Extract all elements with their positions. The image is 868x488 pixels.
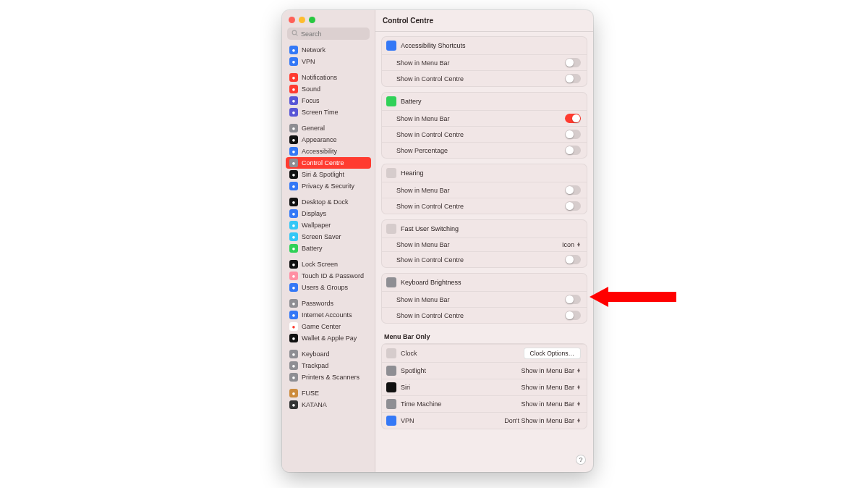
sidebar-item-internet-accounts[interactable]: ●Internet Accounts: [286, 309, 371, 321]
sidebar-item-fuse[interactable]: ●FUSE: [286, 387, 371, 399]
dropdown[interactable]: Show in Menu Bar▲▼: [522, 384, 582, 391]
sidebar-item-printers-scanners[interactable]: ●Printers & Scanners: [286, 371, 371, 383]
sidebar-item-label: Touch ID & Password: [302, 272, 364, 279]
sliders-icon: ●: [289, 159, 298, 167]
sidebar-item-label: Screen Time: [302, 109, 339, 116]
sidebar-item-battery[interactable]: ●Battery: [286, 243, 371, 254]
setting-row: Show in Menu Bar: [382, 291, 587, 307]
sidebar-item-general[interactable]: ●General: [286, 122, 371, 134]
sidebar-item-label: Appearance: [302, 136, 337, 143]
sidebar-item-label: Battery: [302, 245, 323, 252]
sidebar-item-wallet-apple-pay[interactable]: ●Wallet & Apple Pay: [286, 332, 371, 344]
keyboard-icon: ●: [289, 350, 298, 358]
sidebar-item-label: Focus: [302, 97, 320, 104]
sidebar-item-siri-spotlight[interactable]: ●Siri & Spotlight: [286, 169, 371, 180]
sidebar-item-sound[interactable]: ●Sound: [286, 83, 371, 95]
dropdown[interactable]: Don't Show in Menu Bar▲▼: [504, 417, 581, 424]
sidebar-item-label: Game Center: [302, 323, 341, 330]
screensaver-icon: ●: [289, 232, 298, 241]
toggle-switch[interactable]: [565, 146, 581, 155]
sidebar-item-control-centre[interactable]: ●Control Centre: [286, 157, 371, 169]
sidebar-item-notifications[interactable]: ●Notifications: [286, 72, 371, 83]
wallet-icon: ●: [289, 334, 298, 342]
sidebar-item-accessibility[interactable]: ●Accessibility: [286, 146, 371, 157]
menubar-row-siri: SiriShow in Menu Bar▲▼: [382, 379, 587, 395]
help-button[interactable]: ?: [576, 455, 586, 465]
sidebar-item-label: General: [302, 125, 325, 132]
row-icon: [386, 416, 396, 426]
dropdown-value: Don't Show in Menu Bar: [504, 417, 574, 424]
sidebar-item-screen-saver[interactable]: ●Screen Saver: [286, 231, 371, 243]
sidebar-item-label: Wallet & Apple Pay: [302, 335, 357, 342]
section-fast-user-switching: Fast User SwitchingShow in Menu BarIcon▲…: [381, 219, 587, 268]
sidebar-item-label: Desktop & Dock: [302, 198, 349, 206]
touchid-icon: ●: [289, 272, 298, 280]
fuse-icon: ●: [289, 389, 298, 397]
sidebar-item-screen-time[interactable]: ●Screen Time: [286, 106, 371, 118]
toggle-switch[interactable]: [565, 74, 581, 83]
sidebar-item-lock-screen[interactable]: ●Lock Screen: [286, 258, 371, 270]
sidebar-item-network[interactable]: ●Network: [286, 44, 371, 56]
dropdown[interactable]: Show in Menu Bar▲▼: [522, 400, 582, 408]
search-icon: [292, 30, 298, 38]
zoom-window-button[interactable]: [309, 17, 315, 23]
setting-label: Show in Menu Bar: [396, 59, 450, 67]
setting-label: Show in Menu Bar: [396, 241, 450, 248]
access-icon: ●: [289, 147, 298, 156]
sidebar-item-label: Trackpad: [302, 362, 328, 369]
close-window-button[interactable]: [289, 17, 295, 23]
chevron-updown-icon: ▲▼: [576, 385, 581, 390]
dropdown[interactable]: Icon▲▼: [562, 241, 581, 248]
setting-row: Show in Menu Bar: [382, 54, 587, 70]
section-title: Accessibility Shortcuts: [401, 42, 466, 49]
sidebar-item-desktop-dock[interactable]: ●Desktop & Dock: [286, 196, 371, 208]
toggle-switch[interactable]: [565, 201, 581, 211]
toggle-switch[interactable]: [565, 130, 581, 139]
sidebar-item-users-groups[interactable]: ●Users & Groups: [286, 282, 371, 293]
sidebar-item-label: Users & Groups: [302, 284, 348, 291]
row-title: Clock: [401, 350, 417, 357]
dropdown-value: Show in Menu Bar: [522, 384, 575, 391]
search-field[interactable]: [287, 28, 370, 40]
sidebar-item-trackpad[interactable]: ●Trackpad: [286, 360, 371, 371]
content-scroll[interactable]: Accessibility ShortcutsShow in Menu BarS…: [375, 32, 593, 472]
printer-icon: ●: [289, 373, 298, 382]
clock-options-button[interactable]: Clock Options…: [524, 348, 581, 359]
setting-row: Show in Control Centre: [382, 251, 587, 267]
sidebar-item-label: Sound: [302, 85, 320, 93]
search-input[interactable]: [301, 30, 382, 38]
chevron-updown-icon: ▲▼: [576, 402, 581, 406]
toggle-switch[interactable]: [565, 255, 581, 264]
dropdown[interactable]: Show in Menu Bar▲▼: [522, 367, 582, 374]
dropdown-value: Icon: [562, 241, 574, 248]
setting-row: Show in Menu Bar: [382, 110, 587, 126]
setting-label: Show in Control Centre: [396, 203, 464, 210]
sidebar-item-privacy-security[interactable]: ●Privacy & Security: [286, 180, 371, 192]
toggle-switch[interactable]: [565, 295, 581, 304]
setting-row: Show in Control Centre: [382, 70, 587, 86]
sidebar-item-label: VPN: [302, 58, 315, 65]
toggle-switch[interactable]: [565, 114, 581, 123]
sidebar-item-keyboard[interactable]: ●Keyboard: [286, 348, 371, 360]
sidebar-item-appearance[interactable]: ●Appearance: [286, 134, 371, 146]
sidebar-item-label: Network: [302, 46, 326, 54]
toggle-switch[interactable]: [565, 185, 581, 195]
section-header: Fast User Switching: [382, 220, 587, 237]
setting-label: Show in Menu Bar: [396, 115, 450, 122]
sidebar-item-katana[interactable]: ●KATANA: [286, 399, 371, 411]
sidebar-item-focus[interactable]: ●Focus: [286, 95, 371, 106]
sidebar-item-game-center[interactable]: ●Game Center: [286, 321, 371, 332]
row-title: Spotlight: [401, 367, 426, 374]
toggle-switch[interactable]: [565, 58, 581, 67]
sidebar-item-vpn[interactable]: ●VPN: [286, 56, 371, 67]
minimize-window-button[interactable]: [299, 17, 305, 23]
toggle-switch[interactable]: [565, 311, 581, 320]
sidebar-item-touch-id-password[interactable]: ●Touch ID & Password: [286, 270, 371, 282]
sidebar-item-displays[interactable]: ●Displays: [286, 208, 371, 219]
menu-bar-only-heading: Menu Bar Only: [381, 329, 587, 343]
section-header: Hearing: [382, 164, 587, 182]
sidebar-item-passwords[interactable]: ●Passwords: [286, 298, 371, 309]
menubar-row-vpn: VPNDon't Show in Menu Bar▲▼: [382, 412, 587, 429]
sidebar-item-wallpaper[interactable]: ●Wallpaper: [286, 219, 371, 231]
sidebar-nav: ●Network●VPN●Notifications●Sound●Focus●S…: [286, 44, 371, 469]
